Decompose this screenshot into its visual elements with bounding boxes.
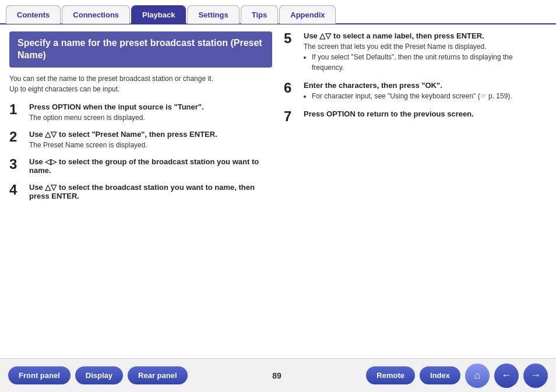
step-6-bullet-1: For character input, see "Using the keyb… bbox=[312, 91, 547, 101]
back-button[interactable]: ← bbox=[494, 363, 519, 388]
step-2-content: Use △▽ to select "Preset Name", then pre… bbox=[29, 130, 272, 150]
step-6-title: Enter the characters, then press "OK". bbox=[304, 81, 547, 90]
step-5-number: 5 bbox=[284, 31, 298, 74]
page-number: 89 bbox=[192, 371, 362, 380]
step-1-content: Press OPTION when the input source is "T… bbox=[29, 103, 272, 123]
step-2-number: 2 bbox=[9, 130, 23, 150]
tab-connections[interactable]: Connections bbox=[62, 5, 130, 24]
step-7: 7 Press OPTION to return to the previous… bbox=[284, 110, 547, 123]
step-2-title: Use △▽ to select "Preset Name", then pre… bbox=[29, 130, 272, 139]
step-5: 5 Use △▽ to select a name label, then pr… bbox=[284, 31, 547, 74]
intro-text: You can set the name to the preset broad… bbox=[9, 73, 272, 94]
front-panel-button[interactable]: Front panel bbox=[8, 366, 71, 384]
step-4-title: Use △▽ to select the broadcast station y… bbox=[29, 183, 272, 200]
step-5-bullet-1: If you select "Set Defaults", then the u… bbox=[312, 52, 547, 73]
step-5-desc: The screen that lets you edit the Preset… bbox=[304, 41, 547, 73]
section-title: Specify a name for the preset broadcast … bbox=[9, 31, 272, 68]
index-button[interactable]: Index bbox=[420, 366, 460, 384]
step-3-content: Use ◁▷ to select the group of the broadc… bbox=[29, 157, 272, 176]
remote-button[interactable]: Remote bbox=[366, 366, 415, 384]
step-5-bullets: If you select "Set Defaults", then the u… bbox=[312, 52, 547, 73]
step-5-title: Use △▽ to select a name label, then pres… bbox=[304, 31, 547, 40]
main-content: Specify a name for the preset broadcast … bbox=[0, 24, 556, 352]
left-column: Specify a name for the preset broadcast … bbox=[9, 31, 272, 345]
step-3-title: Use ◁▷ to select the group of the broadc… bbox=[29, 157, 272, 175]
step-1-desc: The option menu screen is displayed. bbox=[29, 112, 272, 123]
step-6-desc: For character input, see "Using the keyb… bbox=[304, 91, 547, 101]
tab-contents[interactable]: Contents bbox=[6, 5, 61, 24]
step-5-content: Use △▽ to select a name label, then pres… bbox=[304, 31, 547, 74]
step-6: 6 Enter the characters, then press "OK".… bbox=[284, 81, 547, 103]
step-6-content: Enter the characters, then press "OK". F… bbox=[304, 81, 547, 103]
step-1-title: Press OPTION when the input source is "T… bbox=[29, 103, 272, 111]
step-7-title: Press OPTION to return to the previous s… bbox=[304, 110, 547, 118]
bottom-bar: Front panel Display Rear panel 89 Remote… bbox=[0, 358, 556, 392]
rear-panel-button[interactable]: Rear panel bbox=[128, 366, 187, 384]
display-button[interactable]: Display bbox=[75, 366, 123, 384]
step-3: 3 Use ◁▷ to select the group of the broa… bbox=[9, 157, 272, 176]
step-2: 2 Use △▽ to select "Preset Name", then p… bbox=[9, 130, 272, 150]
tab-tips[interactable]: Tips bbox=[241, 5, 279, 24]
step-3-number: 3 bbox=[9, 157, 23, 176]
tab-appendix[interactable]: Appendix bbox=[279, 5, 336, 24]
tab-navigation: Contents Connections Playback Settings T… bbox=[0, 0, 556, 24]
step-7-number: 7 bbox=[284, 110, 298, 123]
forward-button[interactable]: → bbox=[523, 363, 548, 388]
step-6-bullets: For character input, see "Using the keyb… bbox=[312, 91, 547, 101]
tab-playback[interactable]: Playback bbox=[131, 5, 186, 24]
right-column: 5 Use △▽ to select a name label, then pr… bbox=[284, 31, 547, 345]
tab-settings[interactable]: Settings bbox=[187, 5, 239, 24]
step-4-content: Use △▽ to select the broadcast station y… bbox=[29, 183, 272, 202]
home-button[interactable]: ⌂ bbox=[465, 363, 490, 388]
step-1: 1 Press OPTION when the input source is … bbox=[9, 103, 272, 123]
step-4: 4 Use △▽ to select the broadcast station… bbox=[9, 183, 272, 202]
step-1-number: 1 bbox=[9, 103, 23, 123]
step-4-number: 4 bbox=[9, 183, 23, 202]
step-6-number: 6 bbox=[284, 81, 298, 103]
step-2-desc: The Preset Name screen is displayed. bbox=[29, 140, 272, 150]
step-7-content: Press OPTION to return to the previous s… bbox=[304, 110, 547, 123]
